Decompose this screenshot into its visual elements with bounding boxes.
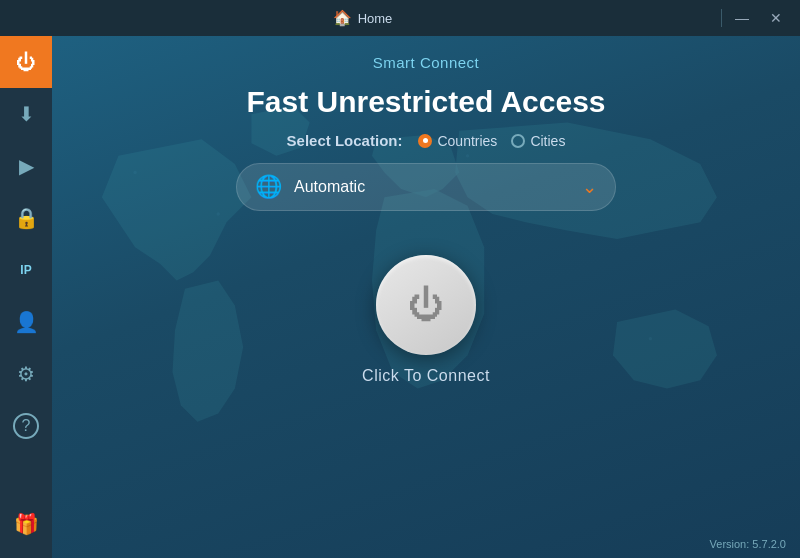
dropdown-value: Automatic <box>294 178 570 196</box>
main-title: Fast Unrestricted Access <box>246 85 605 118</box>
sidebar-item-help[interactable]: ? <box>0 400 52 452</box>
globe-icon: 🌐 <box>255 174 282 200</box>
main-content: Smart Connect Fast Unrestricted Access S… <box>52 36 800 558</box>
location-row: Select Location: Countries Cities <box>287 132 566 149</box>
power-icon: ⏻ <box>16 51 36 74</box>
sidebar-item-settings[interactable]: ⚙ <box>0 348 52 400</box>
title-bar-separator <box>721 9 722 27</box>
cities-radio-dot[interactable] <box>511 134 525 148</box>
connect-button-area: ⏻ Click To Connect <box>362 255 490 385</box>
content-area: Smart Connect Fast Unrestricted Access S… <box>72 54 780 385</box>
sidebar-item-download[interactable]: ⬇ <box>0 88 52 140</box>
lock-icon: 🔒 <box>14 206 39 230</box>
play-icon: ▶ <box>19 154 34 178</box>
app-layout: ⏻ ⬇ ▶ 🔒 IP 👤 ⚙ ? 🎁 <box>0 36 800 558</box>
download-icon: ⬇ <box>18 102 35 126</box>
sidebar-item-user[interactable]: 👤 <box>0 296 52 348</box>
sidebar-item-gift[interactable]: 🎁 <box>0 498 52 550</box>
power-button-icon: ⏻ <box>408 284 444 326</box>
cities-label: Cities <box>530 133 565 149</box>
help-icon: ? <box>13 413 39 439</box>
radio-group: Countries Cities <box>418 133 565 149</box>
user-icon: 👤 <box>14 310 39 334</box>
ip-icon: IP <box>20 263 31 277</box>
home-label: Home <box>358 11 393 26</box>
sidebar-item-play[interactable]: ▶ <box>0 140 52 192</box>
gift-icon: 🎁 <box>14 512 39 536</box>
sidebar-item-lock[interactable]: 🔒 <box>0 192 52 244</box>
countries-label: Countries <box>437 133 497 149</box>
version-text: Version: 5.7.2.0 <box>710 538 786 550</box>
chevron-down-icon: ⌄ <box>582 176 597 198</box>
settings-icon: ⚙ <box>17 362 35 386</box>
home-icon: 🏠 <box>333 9 352 27</box>
radio-cities[interactable]: Cities <box>511 133 565 149</box>
smart-connect-label: Smart Connect <box>373 54 480 71</box>
minimize-button[interactable]: — <box>728 7 756 29</box>
close-button[interactable]: ✕ <box>762 7 790 29</box>
countries-radio-dot[interactable] <box>418 134 432 148</box>
sidebar-item-power[interactable]: ⏻ <box>0 36 52 88</box>
location-dropdown[interactable]: 🌐 Automatic ⌄ <box>236 163 616 211</box>
sidebar: ⏻ ⬇ ▶ 🔒 IP 👤 ⚙ ? 🎁 <box>0 36 52 558</box>
connect-button[interactable]: ⏻ <box>376 255 476 355</box>
home-nav[interactable]: 🏠 Home <box>333 9 393 27</box>
title-bar: 🏠 Home — ✕ <box>0 0 800 36</box>
connect-label: Click To Connect <box>362 367 490 385</box>
radio-countries[interactable]: Countries <box>418 133 497 149</box>
location-label: Select Location: <box>287 132 403 149</box>
sidebar-item-ip[interactable]: IP <box>0 244 52 296</box>
